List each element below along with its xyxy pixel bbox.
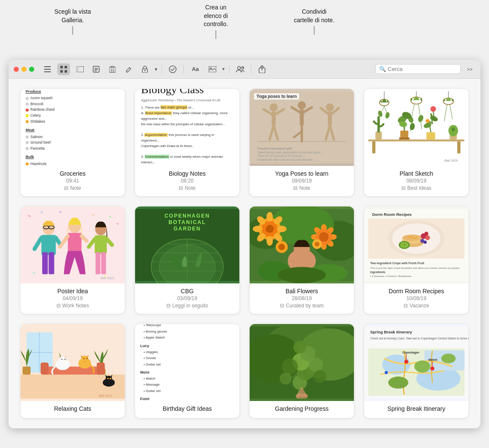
note-preview-cbg: COPENHAGEN BOTANICAL GARDEN: [135, 206, 239, 283]
svg-point-37: [298, 101, 306, 109]
search-input[interactable]: [388, 66, 457, 72]
note-date: 08/09/19: [369, 178, 463, 184]
note-card-spring[interactable]: Spring Break Itinerary Check out at mond…: [364, 324, 468, 418]
separator-2: [183, 65, 184, 74]
svg-rect-66: [368, 139, 464, 141]
svg-point-31: [270, 103, 278, 112]
lock-button[interactable]: [138, 63, 151, 75]
svg-text:COPENHAGEN: COPENHAGEN: [165, 213, 210, 219]
note-title: Relaxing Cats: [26, 405, 120, 412]
maximize-button[interactable]: [29, 67, 34, 72]
svg-point-152: [279, 244, 285, 250]
note-card-yoga[interactable]: Yoga poses to learn: [250, 89, 354, 196]
gallery-view-button[interactable]: [57, 63, 70, 75]
notes-gallery: Groceries Produce Acorn squash Broccoli …: [9, 79, 480, 428]
separator-3: [229, 65, 230, 74]
note-card-cats[interactable]: Bali 2019 Relaxing Cats: [21, 324, 125, 418]
svg-rect-67: [372, 141, 376, 153]
svg-rect-1: [44, 69, 51, 70]
svg-point-24: [238, 66, 241, 69]
svg-text:Check out at monday 11am. Take: Check out at monday 11am. Take taxi to C…: [370, 337, 468, 340]
note-card-dorm[interactable]: Dorm Room Recipes: [364, 206, 468, 314]
note-preview-plant: Bali 2019: [364, 89, 468, 166]
note-card-gardening[interactable]: Gardening Progress: [250, 324, 354, 418]
note-card-cbg[interactable]: COPENHAGEN BOTANICAL GARDEN: [135, 206, 239, 314]
svg-rect-69: [375, 131, 382, 139]
svg-text:Malmö: Malmö: [428, 358, 437, 361]
svg-text:Two-Ingredient Crepe with Fres: Two-Ingredient Crepe with Fresh Fruit: [370, 262, 424, 265]
search-icon: 🔍: [379, 66, 386, 72]
note-info-dorm: Dorm Room Recipes 10/08/19 ⊟ Vacanze: [364, 283, 468, 314]
note-date: 09/09/19: [255, 178, 349, 184]
svg-text:Bali 2019: Bali 2019: [445, 159, 458, 162]
svg-text:• 2 bananas • Coconut • Bluebe: • 2 bananas • Coconut • Blueberries: [370, 274, 412, 277]
svg-rect-2: [44, 71, 51, 72]
note-info-biology: Biology Notes 08:20 ⊟ Note: [135, 166, 239, 196]
svg-point-135: [266, 236, 273, 246]
delete-button[interactable]: [106, 63, 119, 75]
note-folder: ⊟ Work Notes: [26, 303, 120, 309]
svg-rect-97: [41, 235, 56, 255]
collaborate-button[interactable]: [234, 63, 247, 75]
note-title: Yoga Poses to learn: [255, 170, 349, 177]
svg-text:Ingredients: Ingredients: [370, 271, 386, 274]
notes-window: ▾ Aa ▾: [9, 60, 480, 428]
svg-rect-184: [23, 366, 31, 374]
close-button[interactable]: [14, 67, 19, 72]
svg-rect-99: [49, 252, 54, 274]
folder-icon: ⊟: [280, 303, 284, 309]
svg-point-167: [425, 235, 430, 240]
media-button[interactable]: [206, 63, 219, 75]
note-info-cbg: CBG 03/09/19 ⊟ Leggi in seguito: [135, 283, 239, 314]
note-title: Biology Notes: [140, 170, 234, 177]
svg-rect-14: [111, 66, 114, 67]
svg-rect-75: [426, 132, 435, 139]
svg-point-77: [426, 119, 430, 123]
separator-1: [162, 65, 162, 74]
annotation-gallery: Scegli la vistaGalleria.: [43, 8, 103, 24]
svg-rect-213: [296, 394, 308, 398]
search-bar[interactable]: 🔍: [375, 64, 461, 74]
titlebar: ▾ Aa ▾: [9, 60, 480, 79]
note-preview-yoga: Yoga poses to learn: [250, 89, 354, 166]
note-info-yoga: Yoga Poses to learn 09/09/19 ⊟ Note: [250, 166, 354, 196]
svg-point-225: [441, 354, 456, 363]
format-button[interactable]: Aa: [188, 63, 203, 75]
note-info-groceries: Groceries 09:41 ⊟ Note: [21, 166, 125, 196]
separator-4: [251, 65, 251, 74]
folder-icon: ⊟: [404, 303, 408, 309]
svg-point-223: [414, 360, 430, 372]
share-button[interactable]: [256, 63, 268, 75]
svg-point-131: [266, 212, 273, 222]
note-info-plant: Plant Sketch 08/09/19 ⊟ Best Ideas: [364, 166, 468, 196]
svg-point-157: [278, 267, 326, 283]
note-card-poster[interactable]: Bali 2019 Poster Idea 04/09/19 ⊟ Work No…: [21, 206, 125, 314]
note-card-birthday[interactable]: Birthday Gift Ideas Tim • Telescope • Bo…: [135, 324, 239, 418]
note-date: 04/09/19: [26, 295, 120, 301]
svg-rect-12: [94, 71, 97, 71]
svg-point-148: [319, 232, 329, 242]
svg-text:Copenhagen: Copenhagen: [402, 351, 419, 354]
svg-rect-98: [42, 252, 48, 274]
checklist-button[interactable]: [166, 63, 179, 75]
annotation-share: Condividicartelle di note.: [278, 8, 351, 24]
note-card-biology[interactable]: Biology Class Aggressive Trichotomy—The …: [135, 89, 239, 196]
svg-rect-68: [457, 141, 461, 153]
svg-text:BOTANICAL: BOTANICAL: [168, 219, 206, 225]
note-card-groceries[interactable]: Groceries Produce Acorn squash Broccoli …: [21, 89, 125, 196]
note-card-plant[interactable]: Bali 2019 Plant Sketch 08/09/19 ⊟ Best I…: [364, 89, 468, 196]
note-preview-dorm: Dorm Room Recipes: [364, 206, 468, 283]
notes-list-button[interactable]: [90, 63, 103, 75]
list-view-button[interactable]: [41, 63, 54, 75]
note-info-poster: Poster Idea 04/09/19 ⊟ Work Notes: [21, 283, 125, 314]
compose-button[interactable]: [122, 63, 135, 75]
more-button[interactable]: >>: [464, 63, 475, 75]
note-card-bali[interactable]: Bali Flowers 28/08/19 ⊟ Curated by team: [250, 206, 354, 314]
sidebar-toggle-button[interactable]: [74, 63, 86, 75]
note-info-spring: Spring Break Itinerary: [364, 401, 468, 417]
svg-point-208: [293, 341, 306, 354]
note-info-bali: Bali Flowers 28/08/19 ⊟ Curated by team: [250, 283, 354, 314]
minimize-button[interactable]: [21, 67, 27, 72]
traffic-lights: [14, 67, 34, 72]
note-date: 09:41: [26, 178, 120, 184]
